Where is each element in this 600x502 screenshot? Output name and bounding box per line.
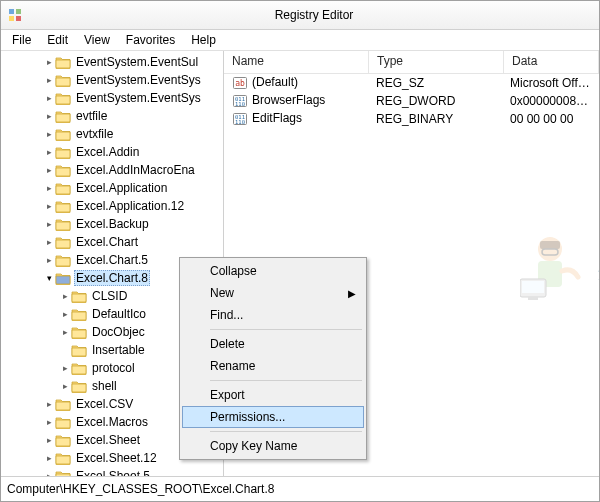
tree-item-label: Excel.Application.12	[74, 199, 186, 213]
svg-rect-18	[528, 297, 538, 300]
expand-icon[interactable]: ▸	[43, 255, 55, 265]
expand-icon[interactable]: ▸	[43, 435, 55, 445]
watermark-brand: APPUALS	[598, 254, 599, 277]
folder-icon	[55, 199, 71, 213]
expand-icon[interactable]: ▸	[59, 291, 71, 301]
status-path: Computer\HKEY_CLASSES_ROOT\Excel.Chart.8	[7, 482, 274, 496]
tree-item[interactable]: ▸Excel.Application	[1, 179, 223, 197]
tree-item-label: DocObjec	[90, 325, 147, 339]
value-type: REG_BINARY	[368, 112, 502, 126]
tree-item-label: Excel.Chart.5	[74, 253, 150, 267]
tree-item-label: shell	[90, 379, 119, 393]
tree-item[interactable]: ▸EventSystem.EventSul	[1, 53, 223, 71]
expand-icon[interactable]: ▸	[43, 183, 55, 193]
ctx-sep	[210, 431, 362, 432]
menu-file[interactable]: File	[5, 31, 38, 49]
value-data: Microsoft Office Excel Chart	[502, 76, 599, 90]
ctx-find[interactable]: Find...	[182, 304, 364, 326]
svg-rect-2	[9, 16, 14, 21]
folder-icon	[55, 451, 71, 465]
expand-icon[interactable]: ▸	[59, 327, 71, 337]
tree-item-label: EventSystem.EventSul	[74, 55, 200, 69]
expand-icon[interactable]: ▸	[43, 417, 55, 427]
tree-item[interactable]: ▸Excel.Sheet.5	[1, 467, 223, 476]
tree-item[interactable]: ▸Excel.Addin	[1, 143, 223, 161]
value-row[interactable]: ab(Default)REG_SZMicrosoft Office Excel …	[224, 74, 599, 92]
collapse-icon[interactable]: ▾	[43, 273, 55, 283]
ctx-copy-key-name[interactable]: Copy Key Name	[182, 435, 364, 457]
value-name: BrowserFlags	[252, 93, 325, 107]
folder-icon	[55, 55, 71, 69]
menubar: File Edit View Favorites Help	[1, 30, 599, 51]
tree-item[interactable]: ▸Excel.Backup	[1, 215, 223, 233]
tree-item-label: evtxfile	[74, 127, 115, 141]
tree-item-label: Excel.AddInMacroEna	[74, 163, 197, 177]
expand-icon[interactable]: ▸	[43, 453, 55, 463]
tree-item[interactable]: ▸Excel.Chart	[1, 233, 223, 251]
ctx-sep	[210, 380, 362, 381]
expand-icon[interactable]: ▸	[43, 201, 55, 211]
svg-text:ab: ab	[235, 79, 245, 88]
svg-point-12	[538, 237, 562, 261]
tree-item[interactable]: ▸evtfile	[1, 107, 223, 125]
folder-icon	[55, 73, 71, 87]
col-type[interactable]: Type	[369, 51, 504, 73]
folder-icon	[71, 361, 87, 375]
expand-icon[interactable]: ▸	[43, 399, 55, 409]
expand-icon[interactable]: ▸	[43, 165, 55, 175]
tree-item[interactable]: ▸EventSystem.EventSys	[1, 89, 223, 107]
svg-rect-3	[16, 16, 21, 21]
expand-icon[interactable]: ▸	[43, 147, 55, 157]
tree-item[interactable]: ▸Excel.Application.12	[1, 197, 223, 215]
expand-icon[interactable]: ▸	[43, 111, 55, 121]
ctx-collapse[interactable]: Collapse	[182, 260, 364, 282]
tree-item[interactable]: ▸evtxfile	[1, 125, 223, 143]
ctx-export[interactable]: Export	[182, 384, 364, 406]
watermark-tagline: TECH HOW-TO'S FROM THE EXPERTS	[598, 277, 599, 286]
folder-icon	[71, 343, 87, 357]
folder-icon	[55, 91, 71, 105]
value-row[interactable]: 011110BrowserFlagsREG_DWORD0x00000008 (8…	[224, 92, 599, 110]
col-data[interactable]: Data	[504, 51, 599, 73]
expand-icon[interactable]: ▸	[59, 363, 71, 373]
ctx-delete[interactable]: Delete	[182, 333, 364, 355]
col-name[interactable]: Name	[224, 51, 369, 73]
menu-edit[interactable]: Edit	[40, 31, 75, 49]
value-name: EditFlags	[252, 111, 302, 125]
folder-icon	[55, 271, 71, 285]
binary-value-icon: 011110	[232, 111, 248, 127]
value-name: (Default)	[252, 75, 298, 89]
folder-icon	[55, 127, 71, 141]
values-header: Name Type Data	[224, 51, 599, 74]
ctx-rename[interactable]: Rename	[182, 355, 364, 377]
folder-icon	[55, 235, 71, 249]
svg-rect-0	[9, 9, 14, 14]
ctx-permissions[interactable]: Permissions...	[182, 406, 364, 428]
tree-item-label: Excel.Sheet	[74, 433, 142, 447]
expand-icon[interactable]: ▸	[43, 75, 55, 85]
statusbar: Computer\HKEY_CLASSES_ROOT\Excel.Chart.8	[1, 476, 599, 501]
ctx-new[interactable]: New▶	[182, 282, 364, 304]
tree-item[interactable]: ▸Excel.AddInMacroEna	[1, 161, 223, 179]
svg-rect-17	[522, 281, 544, 293]
folder-icon	[71, 325, 87, 339]
folder-icon	[55, 109, 71, 123]
expand-icon[interactable]: ▸	[59, 381, 71, 391]
value-data: 00 00 00 00	[502, 112, 599, 126]
menu-view[interactable]: View	[77, 31, 117, 49]
ctx-sep	[210, 329, 362, 330]
expand-icon[interactable]: ▸	[59, 309, 71, 319]
expand-icon[interactable]: ▸	[43, 93, 55, 103]
expand-icon[interactable]: ▸	[43, 129, 55, 139]
expand-icon[interactable]: ▸	[43, 471, 55, 476]
tree-item-label: Excel.Macros	[74, 415, 150, 429]
menu-favorites[interactable]: Favorites	[119, 31, 182, 49]
expand-icon[interactable]: ▸	[43, 237, 55, 247]
tree-item[interactable]: ▸EventSystem.EventSys	[1, 71, 223, 89]
menu-help[interactable]: Help	[184, 31, 223, 49]
tree-item-label: Excel.Chart	[74, 235, 140, 249]
expand-icon[interactable]: ▸	[43, 57, 55, 67]
expand-icon[interactable]: ▸	[43, 219, 55, 229]
value-row[interactable]: 011110EditFlagsREG_BINARY00 00 00 00	[224, 110, 599, 128]
tree-item-label: EventSystem.EventSys	[74, 73, 203, 87]
